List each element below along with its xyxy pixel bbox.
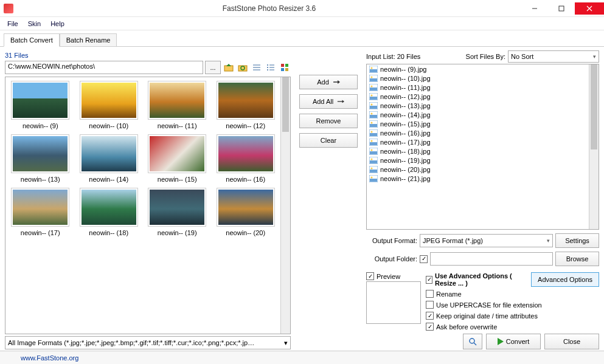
- thumbnail-label: neowin-- (12): [226, 122, 265, 129]
- thumbnail-item[interactable]: neowin-- (9): [9, 81, 72, 129]
- chevron-down-icon: ▾: [284, 339, 288, 347]
- clear-button[interactable]: Clear: [299, 133, 358, 148]
- output-folder-checkbox[interactable]: [420, 255, 428, 263]
- menu-file[interactable]: File: [2, 18, 23, 29]
- list-scrollbar[interactable]: [589, 64, 599, 229]
- menu-skin[interactable]: Skin: [23, 18, 46, 29]
- browse-path-button[interactable]: ...: [205, 61, 221, 74]
- svg-rect-44: [370, 124, 377, 127]
- browse-button[interactable]: Browse: [555, 252, 599, 266]
- svg-rect-29: [370, 78, 377, 81]
- up-folder-icon[interactable]: [223, 61, 235, 74]
- rename-checkbox[interactable]: [426, 290, 434, 298]
- close-button[interactable]: [575, 2, 604, 15]
- search-preview-button[interactable]: [463, 334, 482, 349]
- thumbnail-item[interactable]: neowin-- (20): [215, 188, 277, 236]
- statusbar: www.FastStone.org: [0, 351, 604, 364]
- image-file-icon: [369, 84, 378, 91]
- list-item[interactable]: neowin-- (10).jpg: [367, 74, 589, 83]
- svg-marker-5: [226, 64, 231, 66]
- output-folder-input[interactable]: [430, 252, 553, 266]
- list-item[interactable]: neowin-- (11).jpg: [367, 83, 589, 92]
- svg-rect-53: [370, 151, 377, 154]
- remove-button[interactable]: Remove: [299, 114, 358, 128]
- keep-date-checkbox[interactable]: [426, 312, 434, 320]
- list-item[interactable]: neowin-- (18).jpg: [367, 146, 589, 156]
- svg-rect-41: [370, 115, 377, 118]
- thumbnail-label: neowin-- (14): [89, 176, 128, 183]
- website-link[interactable]: www.FastStone.org: [21, 354, 78, 362]
- advanced-options-button[interactable]: Advanced Options: [531, 272, 599, 287]
- file-filter-value: All Image Formats (*.jpg;*.jpe;*.jpeg;*.…: [8, 339, 254, 346]
- thumbnail-item[interactable]: neowin-- (16): [215, 134, 277, 183]
- uppercase-checkbox[interactable]: [426, 301, 434, 309]
- thumbnail-item[interactable]: neowin-- (10): [78, 81, 141, 129]
- image-file-icon: [369, 148, 378, 155]
- maximize-button[interactable]: [548, 2, 575, 15]
- input-list[interactable]: neowin-- (9).jpgneowin-- (10).jpgneowin-…: [367, 64, 589, 229]
- view-details-icon[interactable]: [251, 61, 263, 74]
- svg-rect-26: [370, 69, 377, 72]
- minimize-button[interactable]: [521, 2, 548, 15]
- ask-overwrite-checkbox[interactable]: [426, 323, 434, 331]
- close-dialog-button[interactable]: Close: [544, 334, 599, 349]
- list-item[interactable]: neowin-- (20).jpg: [367, 165, 589, 174]
- list-item[interactable]: neowin-- (12).jpg: [367, 92, 589, 101]
- list-item-label: neowin-- (16).jpg: [380, 129, 431, 137]
- image-file-icon: [369, 120, 378, 128]
- svg-point-51: [371, 140, 373, 142]
- svg-marker-22: [338, 80, 340, 84]
- thumbnail-label: neowin-- (9): [23, 122, 58, 129]
- sort-select[interactable]: No Sort▾: [508, 50, 599, 63]
- svg-rect-38: [370, 106, 377, 109]
- output-folder-label: Output Folder:: [366, 255, 417, 263]
- settings-button[interactable]: Settings: [555, 233, 599, 248]
- convert-button[interactable]: Convert: [486, 334, 541, 349]
- thumbnail-item[interactable]: neowin-- (13): [9, 134, 72, 183]
- thumbnail-item[interactable]: neowin-- (11): [146, 81, 209, 129]
- list-item[interactable]: neowin-- (17).jpg: [367, 137, 589, 146]
- menu-help[interactable]: Help: [46, 18, 69, 29]
- thumbnail-label: neowin-- (18): [89, 229, 128, 236]
- svg-rect-56: [370, 160, 377, 163]
- list-item[interactable]: neowin-- (15).jpg: [367, 119, 589, 128]
- thumbnail-item[interactable]: neowin-- (19): [146, 188, 209, 236]
- tab-batch-convert[interactable]: Batch Convert: [4, 33, 60, 47]
- thumbnail-item[interactable]: neowin-- (12): [215, 81, 277, 129]
- list-item[interactable]: neowin-- (16).jpg: [367, 128, 589, 137]
- list-item-label: neowin-- (15).jpg: [380, 120, 431, 128]
- view-thumbs-icon[interactable]: [279, 61, 291, 74]
- preview-checkbox[interactable]: [366, 272, 374, 280]
- refresh-icon[interactable]: [237, 61, 249, 74]
- view-list-icon[interactable]: [265, 61, 277, 74]
- thumbnail-item[interactable]: neowin-- (18): [78, 188, 141, 236]
- file-count-label: 31 Files: [5, 52, 291, 59]
- image-file-icon: [369, 75, 378, 82]
- add-button[interactable]: Add: [299, 75, 358, 89]
- file-filter-select[interactable]: All Image Formats (*.jpg;*.jpe;*.jpeg;*.…: [5, 336, 291, 349]
- list-item[interactable]: neowin-- (21).jpg: [367, 174, 589, 183]
- svg-point-64: [470, 338, 474, 343]
- list-item-label: neowin-- (17).jpg: [380, 139, 431, 146]
- thumbnail-item[interactable]: neowin-- (15): [146, 134, 209, 183]
- advanced-checkbox[interactable]: [426, 276, 432, 284]
- svg-point-36: [371, 94, 373, 96]
- thumbs-scrollbar[interactable]: [280, 77, 290, 334]
- list-item-label: neowin-- (19).jpg: [380, 157, 431, 164]
- list-item[interactable]: neowin-- (14).jpg: [367, 110, 589, 119]
- svg-rect-1: [559, 6, 564, 11]
- input-list-label: Input List: 20 Files: [366, 53, 463, 60]
- tab-batch-rename[interactable]: Batch Rename: [60, 33, 117, 47]
- list-item[interactable]: neowin-- (9).jpg: [367, 64, 589, 74]
- list-item-label: neowin-- (14).jpg: [380, 111, 431, 118]
- path-input[interactable]: C:\www.NEOWIN.net\photos\: [5, 61, 203, 74]
- output-format-label: Output Format:: [366, 237, 417, 244]
- rename-label: Rename: [436, 290, 462, 298]
- output-format-select[interactable]: JPEG Format (*.jpg)▾: [420, 234, 553, 247]
- list-item[interactable]: neowin-- (19).jpg: [367, 156, 589, 165]
- thumbnail-label: neowin-- (20): [226, 229, 265, 236]
- list-item[interactable]: neowin-- (13).jpg: [367, 101, 589, 110]
- add-all-button[interactable]: Add All: [299, 94, 358, 109]
- thumbnail-item[interactable]: neowin-- (14): [78, 134, 141, 183]
- thumbnail-item[interactable]: neowin-- (17): [9, 188, 72, 236]
